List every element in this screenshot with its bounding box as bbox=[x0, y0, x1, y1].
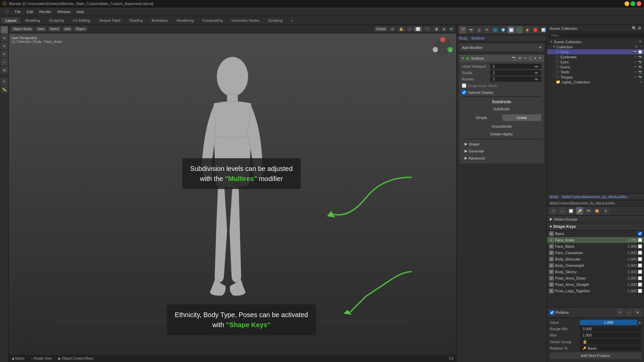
prop-icon-object[interactable]: ⬜ bbox=[507, 26, 515, 34]
modifier-render-icon[interactable]: ⬡ bbox=[529, 56, 532, 60]
sculpt-base-mesh-checkbox[interactable] bbox=[462, 83, 466, 88]
mesh-name-field[interactable]: MaleCustomBasemesh_by_AlexLashko bbox=[547, 200, 644, 206]
vertex-group-field[interactable]: 🔒 bbox=[580, 339, 641, 345]
sk-face-caucasian-checkbox[interactable] bbox=[638, 251, 642, 255]
tab-uv-editing[interactable]: UV Editing bbox=[69, 17, 94, 23]
viewport-3d[interactable]: User Perspective (1) Collection | Body :… bbox=[9, 34, 456, 362]
prop-icon-particles[interactable]: ⚡ bbox=[524, 26, 531, 34]
simple-button[interactable]: Simple bbox=[462, 114, 501, 121]
sculpt-field[interactable]: 2 ◀▶ bbox=[490, 70, 541, 75]
tab-rendering[interactable]: Rendering bbox=[172, 17, 198, 23]
tool-measure[interactable]: 📏 bbox=[1, 86, 8, 93]
tab-add[interactable]: + bbox=[287, 17, 297, 23]
tree-item-tongue[interactable]: ⬡ Tongue 👁 📷 bbox=[547, 74, 644, 79]
sk-pose-arms-straight-checkbox[interactable] bbox=[638, 283, 642, 287]
outliner-search-input[interactable] bbox=[549, 33, 644, 38]
shading-rendered[interactable]: ● bbox=[441, 26, 447, 32]
collection-eye[interactable]: 👁 bbox=[635, 45, 638, 49]
sk-body-muscular-checkbox[interactable] bbox=[638, 257, 642, 261]
add-rest-position-button[interactable]: Add Rest Position bbox=[550, 352, 641, 359]
eyes-cam[interactable]: 📷 bbox=[638, 60, 642, 64]
prop-icon-world[interactable]: 🌍 bbox=[499, 26, 507, 34]
optimal-display-checkbox[interactable] bbox=[462, 90, 466, 95]
sk-body-overweight-checkbox[interactable] bbox=[638, 263, 642, 267]
menu-render[interactable]: Render bbox=[37, 9, 54, 15]
data-attrib-icon[interactable]: A bbox=[602, 207, 609, 215]
global-local-toggle[interactable]: Global bbox=[374, 26, 388, 32]
shading-wireframe[interactable]: ⬜ bbox=[414, 26, 422, 32]
data-mesh-link[interactable]: MaleCustomBasemesh_by_AlexLashko bbox=[562, 195, 627, 199]
menu-help[interactable]: Help bbox=[74, 9, 87, 15]
sk-pose-arms-straight[interactable]: K Pose_Arms_Straight 1.000 bbox=[547, 282, 644, 288]
data-uv-icon[interactable]: 🗺 bbox=[585, 207, 592, 215]
viewport-object-menu[interactable]: Object bbox=[74, 26, 88, 32]
tab-compositing[interactable]: Compositing bbox=[198, 17, 227, 23]
data-body-link[interactable]: Body bbox=[550, 195, 558, 199]
tab-shading[interactable]: Shading bbox=[125, 17, 147, 23]
lights-eye[interactable]: 👁 bbox=[639, 80, 642, 84]
sk-face-black[interactable]: K Face_Black 1.000 bbox=[547, 243, 644, 250]
tree-item-scene-collection[interactable]: ▾ Scene Collection 👁 bbox=[547, 39, 644, 44]
unsubdivide-button[interactable]: Unsubdivide bbox=[462, 123, 541, 130]
render-field[interactable]: 2 ◀▶ bbox=[490, 76, 541, 82]
tool-annotate[interactable]: ✏ bbox=[1, 78, 8, 85]
sk-face-asian-checkbox[interactable] bbox=[638, 238, 642, 242]
modifier-edit-icon[interactable]: ✏ bbox=[524, 56, 527, 60]
data-vcolor-icon[interactable]: 🎨 bbox=[593, 207, 601, 215]
eyes-eye[interactable]: 👁 bbox=[634, 60, 637, 64]
sk-menu-btn[interactable]: ▾ bbox=[634, 309, 641, 316]
tool-transform[interactable]: ⊞ bbox=[1, 66, 8, 74]
sk-face-caucasian[interactable]: K Face_Caucasian 1.000 bbox=[547, 250, 644, 256]
tongue-eye[interactable]: 👁 bbox=[634, 75, 637, 79]
collection-check[interactable]: ✓ bbox=[639, 45, 642, 49]
prop-icon-scene[interactable]: 🎬 bbox=[459, 26, 467, 34]
value-stepper-icon[interactable]: ▶ bbox=[639, 320, 641, 325]
close-button[interactable] bbox=[637, 1, 641, 6]
modifier-name[interactable]: Multires bbox=[471, 56, 509, 60]
tab-modeling[interactable]: Modeling bbox=[21, 17, 44, 23]
body-sel[interactable]: ⬜ bbox=[638, 50, 642, 54]
body-eye[interactable]: 👁 bbox=[629, 50, 632, 54]
prop-icon-output[interactable]: 🖨 bbox=[475, 26, 483, 34]
menu-blender[interactable]: ⬡ bbox=[3, 8, 11, 15]
viewport-view-menu[interactable]: View bbox=[35, 26, 47, 32]
sk-pose-legs-together-checkbox[interactable] bbox=[638, 289, 642, 293]
sk-face-black-checkbox[interactable] bbox=[638, 244, 642, 248]
shape-keys-section-header[interactable]: ▾ Shape Keys bbox=[547, 223, 644, 231]
sk-basis[interactable]: K Basis bbox=[547, 231, 644, 237]
tree-item-eyes[interactable]: ⬡ Eyes 👁 📷 bbox=[547, 59, 644, 64]
level-viewport-field[interactable]: 2 ◀▶ bbox=[490, 64, 541, 69]
prop-icon-modifier[interactable]: 🔧 bbox=[516, 26, 523, 34]
shape-section-header[interactable]: ▶ Shape bbox=[462, 140, 541, 147]
body-cam[interactable]: 📷 bbox=[633, 50, 637, 54]
sk-body-skinny-checkbox[interactable] bbox=[638, 270, 642, 274]
max-field[interactable]: 1.000 bbox=[580, 333, 641, 338]
tree-item-lights[interactable]: 📁 Lights_Collection 👁 bbox=[547, 79, 644, 84]
viewport-options[interactable]: ▾ bbox=[448, 26, 454, 32]
tool-rotate[interactable]: ↻ bbox=[1, 50, 8, 58]
proportional-editing[interactable]: ○ bbox=[407, 26, 413, 32]
prop-icon-render[interactable]: 📷 bbox=[467, 26, 475, 34]
gums-eye[interactable]: 👁 bbox=[634, 65, 637, 69]
sk-pose-arms-down[interactable]: K Pose_Arms_Down 1.000 bbox=[547, 275, 644, 282]
tab-geometry-nodes[interactable]: Geometry Nodes bbox=[227, 17, 263, 23]
tongue-cam[interactable]: 📷 bbox=[638, 75, 642, 79]
sk-pose-legs-together[interactable]: K Pose_Legs_Together 1.000 bbox=[547, 288, 644, 294]
tree-item-teeth[interactable]: ⬡ Teeth 👁 📷 bbox=[547, 69, 644, 74]
transform-pivot[interactable]: ⊙ bbox=[389, 26, 396, 32]
modifier-view-icon[interactable]: 👁 bbox=[518, 56, 522, 60]
relative-to-field[interactable]: 🔑 Basis bbox=[580, 346, 641, 351]
sk-face-asian[interactable]: K Face_Asian 1.000 bbox=[547, 237, 644, 243]
data-face-icon[interactable]: ⬜ bbox=[567, 207, 575, 215]
viewport-add-menu[interactable]: Add bbox=[62, 26, 72, 32]
tab-animation[interactable]: Animation bbox=[148, 17, 172, 23]
tree-item-eyebrows[interactable]: ⬡ Eyebrows 👁 📷 bbox=[547, 54, 644, 59]
teeth-cam[interactable]: 📷 bbox=[638, 70, 642, 74]
shading-solid[interactable]: ⬛ bbox=[423, 26, 431, 32]
tab-layout[interactable]: Layout bbox=[1, 17, 20, 23]
prop-icon-view[interactable]: 👁 bbox=[483, 26, 491, 34]
data-shape-key-icon[interactable]: 🔑 bbox=[576, 207, 583, 215]
modifier-down-icon[interactable]: ▾ bbox=[534, 56, 536, 60]
modifier-expand-icon[interactable]: ▾ bbox=[462, 56, 464, 60]
sk-add-btn[interactable]: + bbox=[616, 309, 624, 316]
